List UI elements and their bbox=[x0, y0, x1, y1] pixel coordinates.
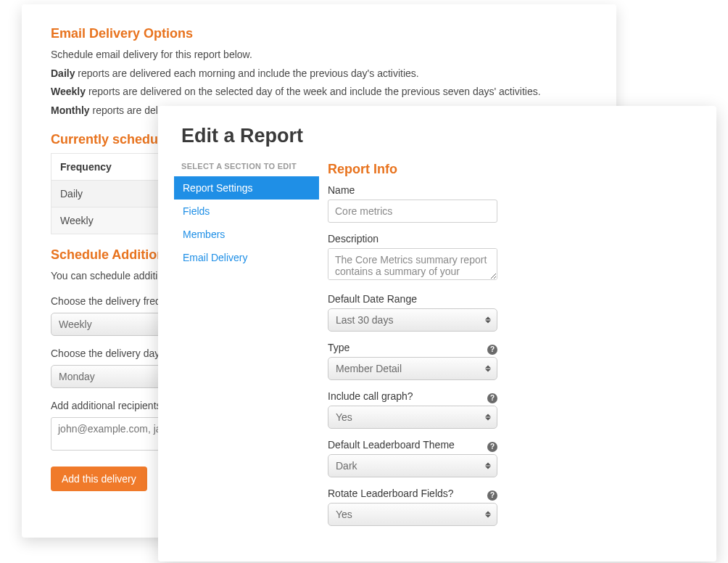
theme-select[interactable]: Dark bbox=[328, 454, 497, 477]
nav-item-report-settings[interactable]: Report Settings bbox=[174, 176, 319, 200]
frequency-value: Weekly bbox=[59, 319, 92, 330]
date-range-select[interactable]: Last 30 days bbox=[328, 308, 497, 332]
weekly-desc: Weekly reports are delivered on the sele… bbox=[51, 84, 587, 100]
rotate-select[interactable]: Yes bbox=[328, 503, 497, 526]
nav-item-members[interactable]: Members bbox=[174, 223, 319, 246]
name-label: Name bbox=[328, 184, 695, 196]
type-label: Type bbox=[328, 342, 349, 353]
select-arrows-icon bbox=[485, 463, 491, 469]
edit-report-title: Edit a Report bbox=[181, 125, 695, 147]
monthly-text: reports are del bbox=[90, 104, 158, 116]
date-range-value: Last 30 days bbox=[336, 314, 393, 326]
name-input[interactable] bbox=[328, 200, 497, 223]
select-arrows-icon bbox=[485, 366, 491, 372]
help-icon[interactable]: ? bbox=[487, 345, 497, 355]
monthly-label: Monthly bbox=[51, 104, 90, 116]
daily-label: Daily bbox=[51, 67, 75, 79]
weekly-text: reports are delivered on the selected da… bbox=[86, 86, 541, 97]
select-arrows-icon bbox=[485, 511, 491, 518]
type-value: Member Detail bbox=[336, 363, 402, 374]
rotate-label: Rotate Leaderboard Fields? bbox=[328, 488, 454, 499]
select-arrows-icon bbox=[485, 317, 491, 324]
nav-item-email-delivery[interactable]: Email Delivery bbox=[174, 246, 319, 269]
nav-header: SELECT A SECTION TO EDIT bbox=[174, 162, 319, 176]
select-arrows-icon bbox=[485, 414, 491, 421]
email-delivery-title: Email Delivery Options bbox=[51, 26, 587, 41]
help-icon[interactable]: ? bbox=[487, 393, 497, 403]
report-info-form: Report Info Name Description Default Dat… bbox=[319, 162, 695, 536]
weekly-label: Weekly bbox=[51, 86, 86, 97]
call-graph-label: Include call graph? bbox=[328, 390, 413, 402]
call-graph-value: Yes bbox=[336, 411, 352, 423]
section-nav: SELECT A SECTION TO EDIT Report Settings… bbox=[174, 162, 319, 536]
edit-report-panel: Edit a Report SELECT A SECTION TO EDIT R… bbox=[158, 106, 716, 562]
date-range-label: Default Date Range bbox=[328, 293, 695, 305]
report-info-title: Report Info bbox=[328, 162, 695, 177]
theme-value: Dark bbox=[336, 460, 357, 472]
nav-item-fields[interactable]: Fields bbox=[174, 200, 319, 223]
help-icon[interactable]: ? bbox=[487, 490, 497, 501]
day-value: Monday bbox=[59, 371, 95, 382]
help-icon[interactable]: ? bbox=[487, 442, 497, 452]
call-graph-select[interactable]: Yes bbox=[328, 406, 497, 429]
theme-label: Default Leaderboard Theme bbox=[328, 439, 455, 451]
type-select[interactable]: Member Detail bbox=[328, 357, 497, 380]
daily-desc: Daily reports are delivered each morning… bbox=[51, 66, 587, 82]
add-delivery-button[interactable]: Add this delivery bbox=[51, 467, 147, 491]
daily-text: reports are delivered each morning and i… bbox=[75, 67, 418, 79]
description-input[interactable] bbox=[328, 248, 497, 280]
intro-text: Schedule email delivery for this report … bbox=[51, 47, 587, 63]
rotate-value: Yes bbox=[336, 509, 352, 520]
description-label: Description bbox=[328, 233, 695, 244]
